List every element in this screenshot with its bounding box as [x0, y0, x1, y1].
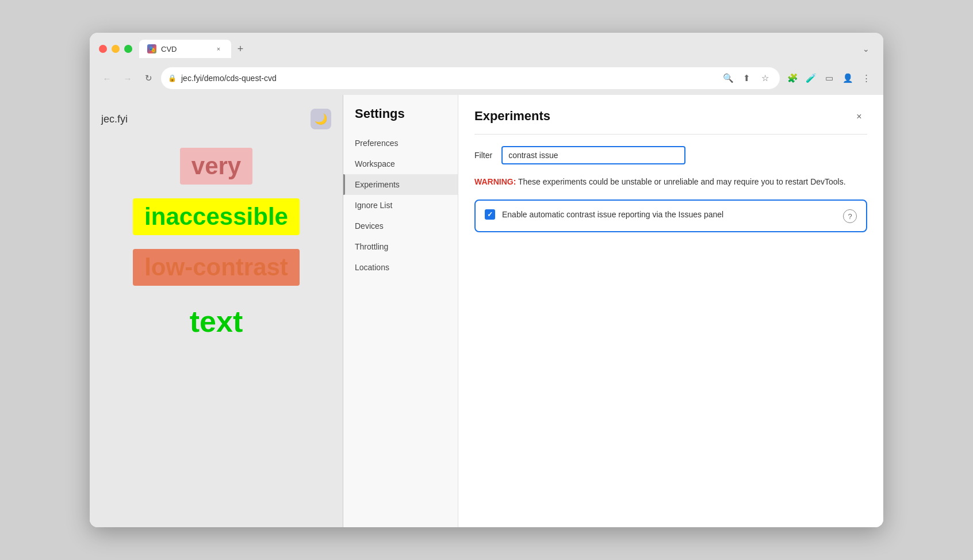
sidebar-item-locations[interactable]: Locations: [343, 257, 458, 278]
sidebar-icon[interactable]: ▭: [821, 70, 837, 86]
tab-title: CVD: [161, 45, 177, 53]
warning-label: WARNING:: [474, 177, 516, 186]
sidebar-item-experiments[interactable]: Experiments: [343, 174, 458, 195]
sidebar-item-preferences[interactable]: Preferences: [343, 133, 458, 154]
experiments-panel: Experiments × Filter WARNING: These expe…: [458, 95, 883, 527]
filter-input[interactable]: [501, 146, 685, 164]
experiments-header: Experiments ×: [474, 109, 867, 125]
tab-favicon: 🎭: [147, 44, 156, 53]
browser-actions: 🧩 🧪 ▭ 👤 ⋮: [784, 70, 874, 86]
address-bar-row: ← → ↻ 🔒 jec.fyi/demo/cds-quest-cvd 🔍 ⬆ ☆…: [90, 63, 883, 95]
sidebar-item-devices[interactable]: Devices: [343, 216, 458, 236]
experiment-item-contrast: Enable automatic contrast issue reportin…: [474, 200, 867, 232]
tab-list-button[interactable]: ⌄: [858, 41, 874, 57]
url-text: jec.fyi/demo/cds-quest-cvd: [181, 74, 715, 83]
sidebar-item-ignore-list[interactable]: Ignore List: [343, 195, 458, 216]
demo-word-inaccessible: inaccessible: [133, 198, 300, 235]
filter-label: Filter: [474, 151, 492, 160]
maximize-traffic-light[interactable]: [124, 45, 132, 53]
minimize-traffic-light[interactable]: [112, 45, 120, 53]
site-title: jec.fyi: [101, 113, 128, 125]
close-traffic-light[interactable]: [99, 45, 107, 53]
title-bar: 🎭 CVD × + ⌄: [90, 33, 883, 63]
website-area: jec.fyi 🌙 very inaccessible low-contrast…: [90, 95, 343, 527]
divider: [474, 134, 867, 135]
address-box[interactable]: 🔒 jec.fyi/demo/cds-quest-cvd 🔍 ⬆ ☆: [161, 67, 780, 89]
demo-content: very inaccessible low-contrast text: [101, 148, 331, 343]
labs-icon[interactable]: 🧪: [803, 70, 819, 86]
tab-close-button[interactable]: ×: [214, 44, 223, 53]
back-button[interactable]: ←: [99, 70, 115, 86]
address-actions: 🔍 ⬆ ☆: [720, 70, 773, 86]
sidebar-item-throttling[interactable]: Throttling: [343, 236, 458, 257]
share-icon[interactable]: ⬆: [738, 70, 754, 86]
profile-icon[interactable]: 👤: [840, 70, 856, 86]
search-icon[interactable]: 🔍: [720, 70, 736, 86]
site-header: jec.fyi 🌙: [101, 109, 331, 129]
new-tab-button[interactable]: +: [232, 41, 248, 57]
filter-row: Filter: [474, 146, 867, 164]
refresh-button[interactable]: ↻: [140, 70, 156, 86]
warning-text: WARNING: These experiments could be unst…: [474, 176, 867, 188]
settings-close-button[interactable]: ×: [851, 109, 867, 125]
extensions-icon[interactable]: 🧩: [784, 70, 800, 86]
traffic-lights: [99, 45, 132, 53]
demo-word-text: text: [178, 300, 254, 343]
settings-sidebar: Settings Preferences Workspace Experimen…: [343, 95, 458, 527]
help-button[interactable]: ?: [843, 209, 857, 223]
settings-title: Settings: [343, 106, 458, 133]
sidebar-item-workspace[interactable]: Workspace: [343, 154, 458, 174]
forward-button[interactable]: →: [120, 70, 136, 86]
tabs-row: 🎭 CVD × + ⌄: [139, 40, 874, 58]
lock-icon: 🔒: [168, 74, 177, 82]
experiment-label: Enable automatic contrast issue reportin…: [502, 209, 836, 221]
demo-word-low-contrast: low-contrast: [133, 249, 300, 286]
devtools-panel: Settings Preferences Workspace Experimen…: [343, 95, 883, 527]
experiments-panel-title: Experiments: [474, 109, 550, 124]
experiment-checkbox[interactable]: [485, 209, 495, 220]
demo-word-very: very: [180, 148, 252, 185]
warning-body: These experiments could be unstable or u…: [518, 177, 846, 186]
dark-mode-toggle[interactable]: 🌙: [311, 109, 331, 129]
bookmark-icon[interactable]: ☆: [757, 70, 773, 86]
browser-window: 🎭 CVD × + ⌄ ← → ↻ 🔒 jec.fyi/demo/cds-que…: [90, 33, 883, 527]
browser-content: jec.fyi 🌙 very inaccessible low-contrast…: [90, 95, 883, 527]
menu-icon[interactable]: ⋮: [858, 70, 874, 86]
browser-tab[interactable]: 🎭 CVD ×: [139, 40, 231, 58]
